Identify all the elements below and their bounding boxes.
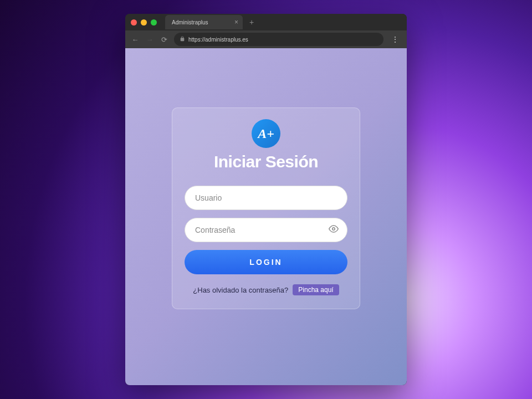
page-content: A+ Iniciar Sesión LOGIN ¿Has olvida [125, 48, 407, 385]
forgot-password-link[interactable]: Pincha aquí [293, 284, 339, 295]
username-input[interactable] [185, 186, 347, 210]
maximize-window-button[interactable] [151, 19, 157, 25]
tab-title: Administraplus [172, 19, 208, 25]
logo: A+ [252, 119, 280, 148]
minimize-window-button[interactable] [141, 19, 147, 25]
password-wrapper [185, 218, 347, 250]
new-tab-button[interactable]: + [243, 18, 260, 27]
browser-window: Administraplus × + ← → ⟳ https://adminis… [125, 14, 407, 385]
toggle-password-visibility-icon[interactable] [329, 224, 339, 236]
forgot-password-text: ¿Has olvidado la contraseña? [193, 286, 288, 294]
back-button[interactable]: ← [131, 35, 140, 44]
browser-tab[interactable]: Administraplus × [165, 15, 243, 29]
login-button[interactable]: LOGIN [185, 250, 347, 274]
login-title: Iniciar Sesión [214, 152, 318, 171]
lock-icon [180, 36, 185, 43]
url-input[interactable]: https://administraplus.es [174, 33, 383, 46]
reload-button[interactable]: ⟳ [160, 35, 168, 44]
close-window-button[interactable] [131, 19, 137, 25]
browser-menu-button[interactable]: ⋮ [389, 35, 401, 44]
forward-button[interactable]: → [145, 35, 154, 44]
url-text: https://administraplus.es [188, 37, 248, 43]
title-bar: Administraplus × + [125, 14, 407, 30]
svg-point-0 [332, 228, 335, 231]
window-controls [131, 19, 157, 25]
login-card: A+ Iniciar Sesión LOGIN ¿Has olvida [172, 108, 360, 309]
password-input[interactable] [185, 218, 347, 242]
address-bar: ← → ⟳ https://administraplus.es ⋮ [125, 30, 407, 48]
close-tab-icon[interactable]: × [234, 18, 238, 26]
forgot-password-row: ¿Has olvidado la contraseña? Pincha aquí [193, 284, 339, 295]
logo-text: A+ [258, 126, 274, 141]
